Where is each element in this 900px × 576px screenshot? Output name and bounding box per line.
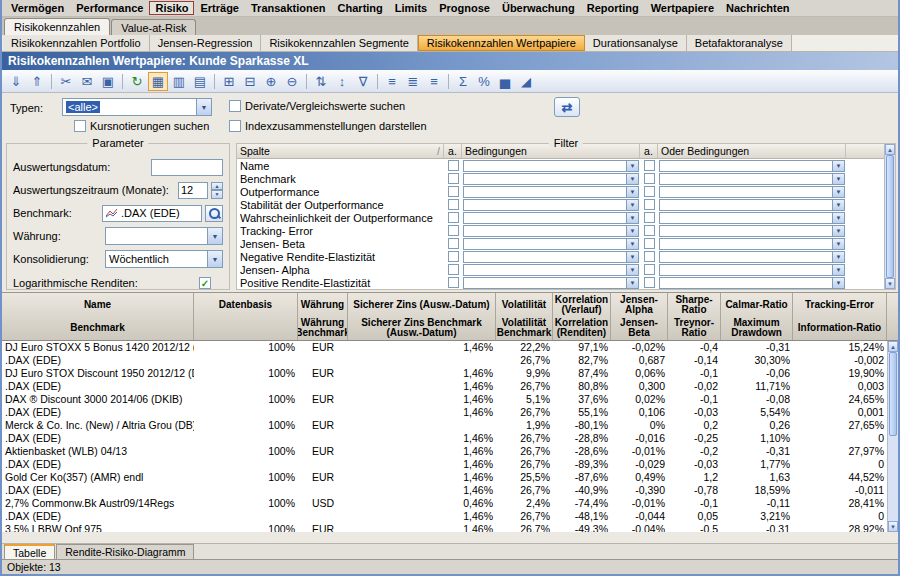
- refresh-button[interactable]: ⇄: [554, 97, 580, 117]
- scroll-down-icon[interactable]: ▼: [885, 278, 895, 289]
- derivate-checkbox[interactable]: [229, 100, 241, 112]
- condition-dropdown[interactable]: ▼: [659, 251, 845, 263]
- export-icon[interactable]: ⇓: [6, 72, 26, 91]
- filter-icon[interactable]: ∇: [353, 72, 373, 91]
- menu-nachrichten[interactable]: Nachrichten: [720, 1, 796, 15]
- benchmark-row[interactable]: .DAX (EDE)26,7%82,7%0,687-0,1430,30%-0,0…: [2, 354, 887, 367]
- column-header-datenbasis[interactable]: Datenbasis: [194, 293, 298, 340]
- security-row[interactable]: DAX ® Discount 3000 2014/06 (DKIB)100%EU…: [2, 393, 887, 406]
- percent-icon[interactable]: %: [474, 72, 494, 91]
- condition-dropdown[interactable]: ▼: [463, 225, 639, 237]
- condition-dropdown[interactable]: ▼: [463, 199, 639, 211]
- import-icon[interactable]: ⇑: [27, 72, 47, 91]
- sort-descending-icon[interactable]: ↕: [332, 72, 352, 91]
- bottom-tab-rendite-risiko-diagramm[interactable]: Rendite-Risiko-Diagramm: [56, 544, 194, 559]
- condition-dropdown[interactable]: ▼: [463, 277, 639, 289]
- derivate-option[interactable]: Derivate/Vergleichswerte suchen: [229, 100, 405, 112]
- benchmark-row[interactable]: .DAX (EDE)1,46%26,7%-89,3%-0,029-0,031,7…: [2, 458, 887, 471]
- benchmark-row[interactable]: .DAX (EDE)1,46%26,7%-48,1%-0,0440,053,21…: [2, 510, 887, 523]
- condition-dropdown[interactable]: ▼: [659, 277, 845, 289]
- security-row[interactable]: Merck & Co. Inc. (New) / Altria Grou (DB…: [2, 419, 887, 432]
- tab-durationsanalyse[interactable]: Durationsanalyse: [585, 35, 687, 51]
- chevron-down-icon[interactable]: ▼: [626, 187, 638, 197]
- benchmark-search-button[interactable]: [205, 205, 223, 222]
- chevron-down-icon[interactable]: ▼: [832, 265, 844, 275]
- align-left-icon[interactable]: ≡: [382, 72, 402, 91]
- column-header-waehrung[interactable]: WährungWährung Benchmark: [298, 293, 348, 340]
- security-row[interactable]: DJ Euro STOXX 5 Bonus 1420 2012/12 (ABN)…: [2, 341, 887, 354]
- checkbox[interactable]: [644, 199, 655, 210]
- checkbox[interactable]: [448, 225, 459, 236]
- filter-scrollbar[interactable]: ▲ ▼: [884, 144, 895, 289]
- condition-dropdown[interactable]: ▼: [463, 264, 639, 276]
- menu-reporting[interactable]: Reporting: [581, 1, 645, 15]
- condition-dropdown[interactable]: ▼: [463, 251, 639, 263]
- checkbox[interactable]: [448, 212, 459, 223]
- condition-dropdown[interactable]: ▼: [463, 173, 639, 185]
- checkbox[interactable]: [644, 186, 655, 197]
- column-header-volatilitaet[interactable]: VolatilitätVolatilität Benchmark: [496, 293, 553, 340]
- condition-dropdown[interactable]: ▼: [463, 186, 639, 198]
- checkbox[interactable]: [448, 199, 459, 210]
- column-header-korrelation-verlauf[interactable]: Korrelation (Verlauf)Korrelation (Rendit…: [553, 293, 611, 340]
- konsolidierung-select[interactable]: Wöchentlich ▼: [105, 250, 223, 268]
- security-row[interactable]: 3,5% LBBW Opf.975100%EUR1,46%26,7%-49,3%…: [2, 523, 887, 532]
- benchmark-row[interactable]: .DAX (EDE)1,46%26,7%-28,8%-0,016-0,251,1…: [2, 432, 887, 445]
- column-header-name[interactable]: NameBenchmark: [2, 293, 194, 340]
- chevron-down-icon[interactable]: ▼: [832, 252, 844, 262]
- scroll-thumb[interactable]: [886, 155, 894, 278]
- menu-performance[interactable]: Performance: [70, 1, 149, 15]
- tab-betafaktoranalyse[interactable]: Betafaktoranalyse: [687, 35, 792, 51]
- save-icon[interactable]: ▣: [98, 72, 118, 91]
- menu-prognose[interactable]: Prognose: [433, 1, 496, 15]
- chevron-down-icon[interactable]: ▼: [626, 161, 638, 171]
- auswertungsdatum-input[interactable]: [151, 159, 223, 176]
- chevron-down-icon[interactable]: ▼: [832, 161, 844, 171]
- waehrung-select[interactable]: ▼: [105, 227, 223, 245]
- security-row[interactable]: Aktienbasket (WLB) 04/13100%EUR1,46%26,7…: [2, 445, 887, 458]
- sum-icon[interactable]: Σ: [453, 72, 473, 91]
- menu-limits[interactable]: Limits: [389, 1, 433, 15]
- spinner-down-icon[interactable]: ▼: [211, 190, 223, 199]
- chevron-down-icon[interactable]: ▼: [626, 174, 638, 184]
- checkbox[interactable]: [448, 173, 459, 184]
- report-view-icon[interactable]: ▤: [190, 72, 210, 91]
- condition-dropdown[interactable]: ▼: [659, 173, 845, 185]
- zoom-in-icon[interactable]: ⊕: [261, 72, 281, 91]
- chart-view-icon[interactable]: ▥: [169, 72, 189, 91]
- chevron-down-icon[interactable]: ▼: [626, 252, 638, 262]
- condition-dropdown[interactable]: ▼: [659, 225, 845, 237]
- checkbox[interactable]: [448, 238, 459, 249]
- security-row[interactable]: 2,7% Commonw.Bk Austr09/14Regs100%USD0,4…: [2, 497, 887, 510]
- column-header-calmar-ratio[interactable]: Calmar-RatioMaximum Drawdown: [721, 293, 793, 340]
- scroll-down-icon[interactable]: ▼: [888, 521, 898, 532]
- remove-column-icon[interactable]: ⊟: [240, 72, 260, 91]
- tab-risikokennzahlen-portfolio[interactable]: Risikokennzahlen Portfolio: [3, 35, 150, 51]
- chevron-down-icon[interactable]: ▼: [626, 278, 638, 288]
- checkbox[interactable]: [448, 264, 459, 275]
- column-header-sharpe-ratio[interactable]: Sharpe-RatioTreynor-Ratio: [668, 293, 721, 340]
- typen-select[interactable]: <alle> ▼: [62, 98, 212, 116]
- index-option[interactable]: Indexzusammenstellungen darstellen: [229, 120, 427, 132]
- tab-risikokennzahlen-wertpapiere[interactable]: Risikokennzahlen Wertpapiere: [418, 35, 585, 51]
- sort-ascending-icon[interactable]: ⇅: [311, 72, 331, 91]
- checkbox[interactable]: [644, 277, 655, 288]
- zeitraum-spinner[interactable]: ▲▼: [211, 182, 223, 199]
- menu-wertpapiere[interactable]: Wertpapiere: [645, 1, 720, 15]
- benchmark-row[interactable]: .DAX (EDE)1,46%26,7%55,1%0,106-0,035,54%…: [2, 406, 887, 419]
- column-header-jensen-alpha[interactable]: Jensen-AlphaJensen-Beta: [611, 293, 668, 340]
- checkbox[interactable]: [644, 264, 655, 275]
- condition-dropdown[interactable]: ▼: [659, 199, 845, 211]
- benchmark-row[interactable]: .DAX (EDE)1,46%26,7%-40,9%-0,390-0,7818,…: [2, 484, 887, 497]
- checkbox[interactable]: [644, 160, 655, 171]
- scroll-thumb[interactable]: [889, 352, 897, 436]
- checkbox[interactable]: [448, 186, 459, 197]
- condition-dropdown[interactable]: ▼: [659, 212, 845, 224]
- security-row[interactable]: Gold Cer Ko(357) (AMR) endl100%EUR1,46%2…: [2, 471, 887, 484]
- condition-dropdown[interactable]: ▼: [463, 238, 639, 250]
- chevron-down-icon[interactable]: ▼: [832, 200, 844, 210]
- bottom-tab-tabelle[interactable]: Tabelle: [4, 544, 55, 559]
- tab-risikokennzahlen[interactable]: Risikokennzahlen: [4, 18, 110, 35]
- condition-dropdown[interactable]: ▼: [463, 160, 639, 172]
- table-view-icon[interactable]: ▦: [148, 72, 168, 91]
